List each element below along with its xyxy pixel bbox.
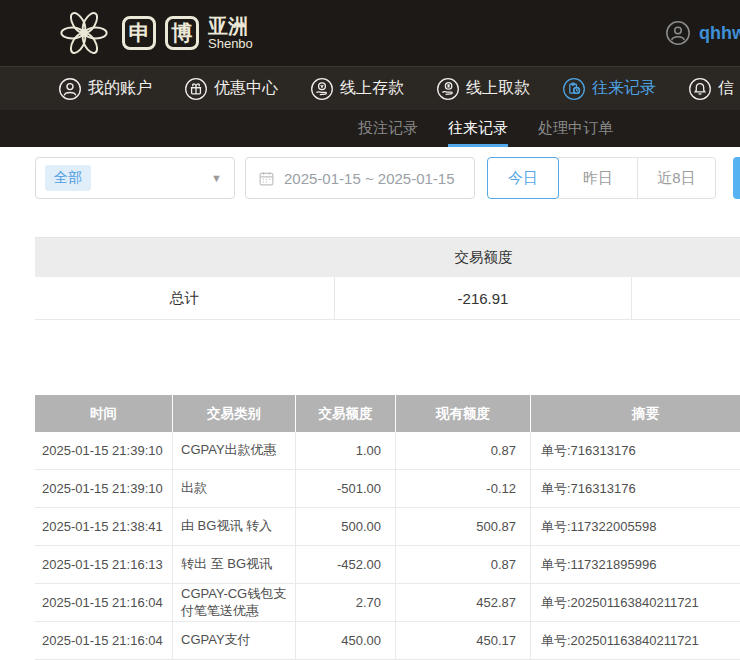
type-select[interactable]: 全部 ▼ — [35, 157, 235, 199]
chevron-down-icon: ▼ — [211, 172, 222, 184]
brand-subtitle: Shenbo — [208, 37, 253, 51]
tab-betting-records[interactable]: 投注记录 — [358, 110, 418, 147]
col-header-type: 交易类别 — [172, 395, 295, 432]
table-row: 2025-01-15 21:16:04 CGPAY-CG钱包支付笔笔送优惠 2.… — [35, 584, 740, 622]
flower-logo-icon — [55, 4, 113, 62]
col-header-balance: 现有额度 — [395, 395, 530, 432]
logo-char-1: 申 — [122, 16, 156, 50]
table-row: 2025-01-15 21:39:10 出款 -501.00 -0.12 单号:… — [35, 470, 740, 508]
summary-header-empty — [35, 238, 335, 277]
quick-date-buttons: 今日 昨日 近8日 — [487, 157, 716, 199]
username: qhhw — [699, 23, 740, 44]
cell-type: 出款 — [172, 470, 295, 508]
table-header-row: 时间 交易类别 交易额度 现有额度 摘要 — [35, 395, 740, 432]
records-icon — [562, 77, 586, 101]
cell-memo: 单号:117322005598 — [530, 508, 740, 546]
summary-table: 交易额度 总计 -216.91 — [35, 237, 740, 320]
user-account[interactable]: qhhw — [665, 0, 740, 66]
cell-memo: 单号:117321895996 — [530, 546, 740, 584]
summary-total-row: 总计 -216.91 — [35, 277, 740, 320]
user-icon — [58, 77, 82, 101]
cell-type: CGPAY-CG钱包支付笔笔送优惠 — [172, 584, 295, 622]
nav-item-my-account[interactable]: 我的账户 — [58, 77, 152, 101]
deposit-icon — [310, 77, 334, 101]
cell-time: 2025-01-15 21:38:41 — [35, 508, 172, 546]
type-selected-chip: 全部 — [45, 165, 91, 191]
cell-time: 2025-01-15 21:39:10 — [35, 470, 172, 508]
cell-type: 转出 至 BG视讯 — [172, 546, 295, 584]
table-row: 2025-01-15 21:16:04 CGPAY支付 450.00 450.1… — [35, 622, 740, 660]
cell-type: CGPAY出款优惠 — [172, 432, 295, 470]
logo-char-2: 博 — [165, 16, 199, 50]
cell-amount: -452.00 — [295, 546, 395, 584]
cell-time: 2025-01-15 21:39:10 — [35, 432, 172, 470]
summary-total-label: 总计 — [35, 277, 335, 320]
summary-total-value: -216.91 — [335, 277, 632, 320]
cell-memo: 单号:716313176 — [530, 470, 740, 508]
today-button[interactable]: 今日 — [487, 157, 559, 199]
nav-item-records[interactable]: 往来记录 — [562, 77, 656, 101]
summary-total-empty — [632, 277, 740, 320]
cell-balance: 450.17 — [395, 622, 530, 660]
table-row: 2025-01-15 21:38:41 由 BG视讯 转入 500.00 500… — [35, 508, 740, 546]
gift-icon — [184, 77, 208, 101]
cell-balance: 500.87 — [395, 508, 530, 546]
date-range-input[interactable]: 2025-01-15 ~ 2025-01-15 — [245, 157, 475, 199]
cell-amount: -501.00 — [295, 470, 395, 508]
nav-item-deposit[interactable]: 线上存款 — [310, 77, 404, 101]
col-header-amount: 交易额度 — [295, 395, 395, 432]
nav-label: 线上取款 — [466, 78, 530, 99]
cell-balance: -0.12 — [395, 470, 530, 508]
cell-balance: 0.87 — [395, 432, 530, 470]
nav-item-promotions[interactable]: 优惠中心 — [184, 77, 278, 101]
cell-amount: 500.00 — [295, 508, 395, 546]
top-brand-bar: 申 博 亚洲 Shenbo qhhw — [0, 0, 740, 66]
cell-memo: 单号:716313176 — [530, 432, 740, 470]
withdraw-icon — [436, 77, 460, 101]
cell-type: CGPAY支付 — [172, 622, 295, 660]
tab-processing-orders[interactable]: 处理中订单 — [538, 110, 613, 147]
nav-label: 信 — [718, 78, 734, 99]
cell-balance: 452.87 — [395, 584, 530, 622]
brand-region: 亚洲 — [208, 16, 253, 37]
user-avatar-icon — [665, 20, 691, 46]
col-header-memo: 摘要 — [530, 395, 740, 432]
nav-item-messages[interactable]: 信 — [688, 77, 734, 101]
sub-tab-bar: 投注记录 往来记录 处理中订单 — [0, 110, 740, 147]
main-nav: 我的账户 优惠中心 线上存款 线上取款 — [0, 66, 740, 110]
bell-icon — [688, 77, 712, 101]
summary-header-amount: 交易额度 — [335, 238, 632, 277]
summary-header-row: 交易额度 — [35, 237, 740, 277]
table-row: 2025-01-15 21:16:13 转出 至 BG视讯 -452.00 0.… — [35, 546, 740, 584]
cell-time: 2025-01-15 21:16:04 — [35, 622, 172, 660]
last-8-days-button[interactable]: 近8日 — [637, 157, 716, 199]
yesterday-button[interactable]: 昨日 — [558, 157, 638, 199]
cell-amount: 450.00 — [295, 622, 395, 660]
col-header-time: 时间 — [35, 395, 172, 432]
nav-label: 往来记录 — [592, 78, 656, 99]
cell-amount: 1.00 — [295, 432, 395, 470]
summary-header-empty-2 — [632, 238, 740, 277]
cell-memo: 单号:202501163840211721 — [530, 622, 740, 660]
cell-time: 2025-01-15 21:16:04 — [35, 584, 172, 622]
search-button[interactable] — [733, 157, 740, 199]
cell-type: 由 BG视讯 转入 — [172, 508, 295, 546]
nav-item-withdraw[interactable]: 线上取款 — [436, 77, 530, 101]
date-range-value: 2025-01-15 ~ 2025-01-15 — [284, 170, 455, 187]
cell-memo: 单号:202501163840211721 — [530, 584, 740, 622]
cell-balance: 0.87 — [395, 546, 530, 584]
nav-label: 优惠中心 — [214, 78, 278, 99]
transactions-table: 时间 交易类别 交易额度 现有额度 摘要 2025-01-15 21:39:10… — [35, 395, 740, 660]
tab-transaction-records[interactable]: 往来记录 — [448, 110, 508, 147]
table-row: 2025-01-15 21:39:10 CGPAY出款优惠 1.00 0.87 … — [35, 432, 740, 470]
nav-label: 线上存款 — [340, 78, 404, 99]
calendar-icon — [258, 170, 275, 187]
brand-logo[interactable]: 申 博 亚洲 Shenbo — [55, 0, 253, 66]
cell-amount: 2.70 — [295, 584, 395, 622]
nav-label: 我的账户 — [88, 78, 152, 99]
cell-time: 2025-01-15 21:16:13 — [35, 546, 172, 584]
